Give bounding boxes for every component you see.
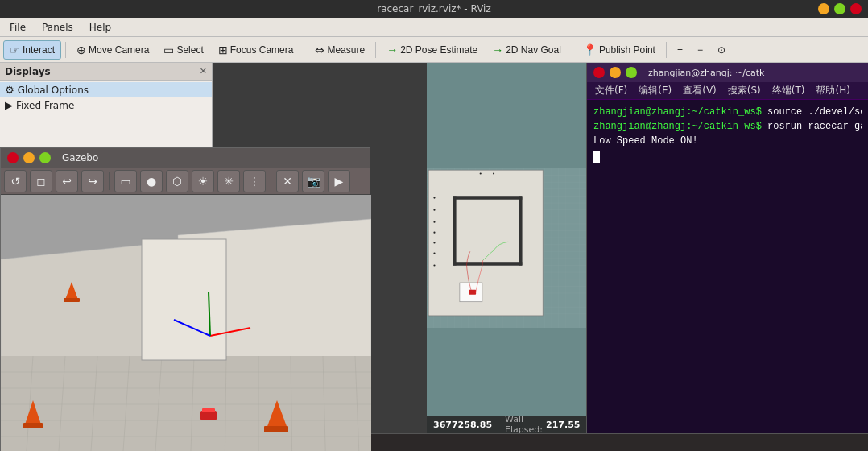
coord-stat: 3677258.85 — [433, 420, 492, 430]
pose-estimate-button[interactable]: → 2D Pose Estimate — [380, 40, 484, 60]
plus-button[interactable]: + — [671, 41, 689, 59]
gz-toolbar-sep — [109, 172, 110, 190]
terminal-line-2: zhangjian@zhangj:~/catkin_ws$ rosrun rac… — [593, 119, 862, 134]
svg-point-89 — [433, 197, 435, 199]
maximize-button[interactable] — [834, 3, 845, 14]
toolbar-separator-4 — [572, 42, 572, 58]
svg-rect-28 — [64, 298, 80, 302]
toolbar-separator-3 — [375, 42, 376, 58]
camera-button[interactable]: ⊙ — [711, 41, 732, 59]
publish-point-icon: 📍 — [583, 43, 597, 56]
minimize-button[interactable] — [818, 3, 829, 14]
term-menu-file[interactable]: 文件(F) — [592, 84, 630, 97]
gazebo-scene-svg — [1, 195, 371, 451]
gz-redo-tool[interactable]: ↪ — [81, 170, 104, 192]
gz-grid-tool[interactable]: ⋮ — [243, 170, 266, 192]
gz-record-tool[interactable]: ▶ — [328, 170, 350, 192]
svg-rect-83 — [453, 196, 522, 199]
rviz-viewport[interactable]: 3677258.85 Wall Elapsed: 217.55 https://… — [427, 63, 586, 433]
rviz-status-bar: 3677258.85 Wall Elapsed: 217.55 https://… — [427, 416, 586, 433]
close-button[interactable] — [850, 3, 862, 14]
wall-elapsed-value: 217.55 — [546, 420, 580, 430]
term-menu-view[interactable]: 查看(V) — [680, 84, 720, 97]
terminal-line-3: Low Speed Mode ON! — [593, 134, 862, 148]
gz-sun-tool[interactable]: ✳ — [217, 170, 240, 192]
svg-point-93 — [433, 242, 435, 243]
svg-point-96 — [480, 172, 482, 174]
select-icon: ▭ — [163, 43, 174, 56]
term-text-1: source ./devel/set — [762, 106, 862, 118]
terminal-max-btn[interactable] — [626, 67, 637, 78]
terminal-menubar: 文件(F) 编辑(E) 查看(V) 搜索(S) 终端(T) 帮助(H) — [587, 82, 868, 100]
gz-sphere-tool[interactable]: ● — [140, 170, 163, 192]
svg-rect-34 — [202, 408, 215, 412]
tree-item-fixed-frame[interactable]: ▶ Fixed Frame — [0, 97, 212, 113]
term-menu-edit[interactable]: 编辑(E) — [635, 84, 675, 97]
gz-screenshot-tool[interactable]: 📷 — [302, 170, 324, 192]
menu-panels[interactable]: Panels — [35, 20, 80, 35]
terminal-body[interactable]: zhangjian@zhangj:~/catkin_ws$ source ./d… — [587, 100, 868, 416]
term-menu-help[interactable]: 帮助(H) — [812, 84, 853, 97]
svg-point-90 — [433, 209, 435, 211]
gz-select-tool[interactable]: ◻ — [30, 170, 52, 192]
gazebo-max-btn[interactable] — [39, 152, 51, 163]
term-menu-terminal[interactable]: 终端(T) — [769, 84, 808, 97]
gazebo-min-btn[interactable] — [23, 152, 35, 163]
publish-point-button[interactable]: 📍 Publish Point — [577, 40, 662, 60]
terminal-titlebar: zhangjian@zhangj: ~/catk — [587, 63, 868, 82]
svg-rect-86 — [519, 196, 522, 265]
toolbar-separator-2 — [304, 42, 304, 58]
displays-title: Displays — [5, 66, 51, 77]
terminal-panel: zhangjian@zhangj: ~/catk 文件(F) 编辑(E) 查看(… — [586, 63, 868, 433]
window-title: racecar_rviz.rviz* - RViz — [377, 3, 491, 14]
gear-icon: ⚙ — [5, 84, 14, 96]
select-button[interactable]: ▭ Select — [157, 40, 209, 60]
window-controls — [818, 3, 862, 14]
term-menu-search[interactable]: 搜索(S) — [725, 84, 764, 97]
move-camera-icon: ⊕ — [76, 43, 86, 56]
frame-icon: ▶ — [5, 99, 13, 111]
minus-button[interactable]: − — [691, 41, 709, 59]
panel-close-button[interactable]: ✕ — [200, 66, 207, 77]
displays-header: Displays ✕ — [0, 63, 212, 81]
terminal-close-btn[interactable] — [593, 67, 605, 78]
gz-delete-tool[interactable]: ✕ — [276, 170, 299, 192]
focus-camera-button[interactable]: ⊞ Focus Camera — [212, 40, 300, 60]
gazebo-close-btn[interactable] — [7, 152, 19, 163]
pose-estimate-icon: → — [386, 43, 398, 56]
terminal-min-btn[interactable] — [610, 67, 621, 78]
gz-undo-tool[interactable]: ↩ — [56, 170, 78, 192]
wall-elapsed-label: Wall Elapsed: — [505, 414, 543, 433]
focus-camera-icon: ⊞ — [218, 43, 228, 56]
measure-button[interactable]: ⇔ Measure — [308, 40, 371, 60]
gazebo-titlebar: Gazebo — [1, 148, 370, 168]
tree-item-global-options[interactable]: ⚙ Global Options — [0, 82, 212, 97]
terminal-statusbar — [587, 416, 868, 433]
coord-value: 3677258.85 — [433, 420, 492, 430]
gz-box-tool[interactable]: ▭ — [114, 170, 137, 192]
terminal-title: zhangjian@zhangj: ~/catk — [648, 68, 764, 78]
menu-file[interactable]: File — [3, 20, 32, 35]
interact-button[interactable]: ☞ Interact — [3, 40, 61, 60]
gz-light-tool[interactable]: ☀ — [192, 170, 214, 192]
gz-rotate-tool[interactable]: ↺ — [4, 170, 27, 192]
move-camera-button[interactable]: ⊕ Move Camera — [70, 40, 155, 60]
nav-goal-icon: → — [492, 43, 503, 56]
svg-rect-32 — [264, 426, 288, 432]
wall-elapsed-stat: Wall Elapsed: 217.55 — [505, 414, 580, 433]
gazebo-toolbar: ↺ ◻ ↩ ↪ ▭ ● ⬡ ☀ ✳ ⋮ ✕ 📷 ▶ — [1, 168, 370, 195]
term-prompt-2: zhangjian@zhangj:~/catkin_ws$ — [593, 121, 762, 132]
gazebo-viewport[interactable] — [1, 195, 371, 451]
gazebo-title: Gazebo — [62, 152, 98, 163]
nav-goal-button[interactable]: → 2D Nav Goal — [486, 40, 568, 60]
gz-cylinder-tool[interactable]: ⬡ — [166, 170, 188, 192]
terminal-line-1: zhangjian@zhangj:~/catkin_ws$ source ./d… — [593, 105, 862, 119]
menu-help[interactable]: Help — [83, 20, 118, 35]
main-layout: Displays ✕ ⚙ Global Options ▶ Fixed Fram… — [0, 63, 868, 433]
toolbar-separator — [65, 42, 66, 58]
menu-bar: File Panels Help — [0, 18, 868, 37]
title-bar: racecar_rviz.rviz* - RViz — [0, 0, 868, 18]
svg-point-95 — [433, 264, 435, 266]
terminal-cursor-line — [593, 148, 862, 163]
svg-rect-85 — [453, 196, 456, 265]
